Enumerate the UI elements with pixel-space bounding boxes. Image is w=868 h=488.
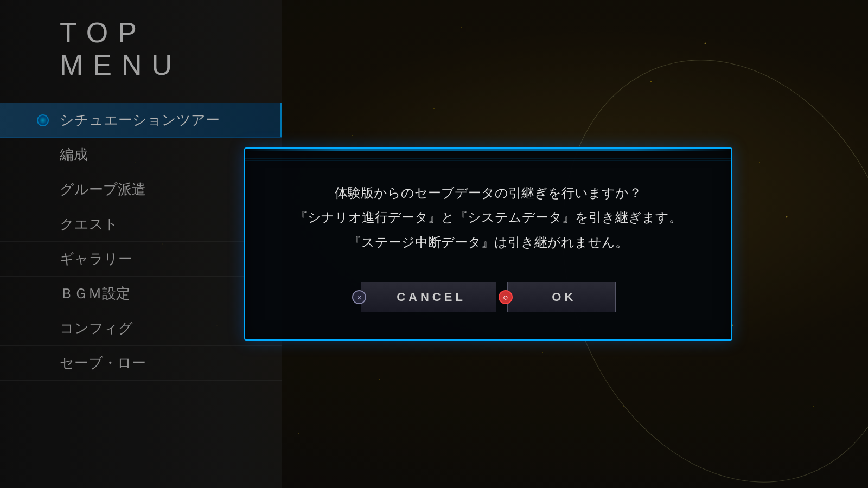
dialog-line3: 『ステージ中断データ』は引き継がれません。 (272, 230, 704, 255)
ok-button[interactable]: OK (507, 282, 616, 312)
dialog-line2: 『シナリオ進行データ』と『システムデータ』を引き継ぎます。 (272, 206, 704, 230)
dialog-message: 体験版からのセーブデータの引継ぎを行いますか？ 『シナリオ進行データ』と『システ… (272, 181, 704, 255)
cancel-button[interactable]: CANCEL (361, 282, 496, 312)
cancel-button-wrapper: ✕ CANCEL (361, 282, 496, 312)
dialog-line1: 体験版からのセーブデータの引継ぎを行いますか？ (272, 181, 704, 206)
dialog-buttons: ✕ CANCEL ○ OK (272, 282, 704, 312)
ok-button-wrapper: ○ OK (507, 282, 616, 312)
dialog-overlay: 体験版からのセーブデータの引継ぎを行いますか？ 『シナリオ進行データ』と『システ… (0, 0, 868, 488)
dialog-decoration (245, 154, 731, 170)
dialog: 体験版からのセーブデータの引継ぎを行いますか？ 『シナリオ進行データ』と『システ… (244, 147, 732, 341)
